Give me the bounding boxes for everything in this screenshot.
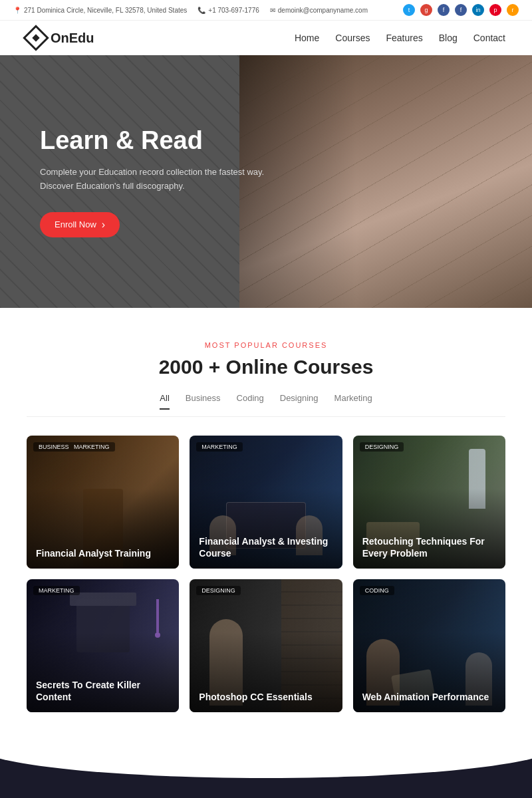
courses-grid: BUSINESS MARKETING Financial Analyst Tra…: [27, 436, 505, 712]
course-card[interactable]: MARKETING Secrets To Create Killer Conte…: [27, 579, 179, 712]
pinterest-link[interactable]: p: [489, 4, 501, 16]
logo-text: OnEdu: [51, 31, 94, 46]
hero-title: Learn & Read: [40, 126, 266, 156]
top-bar: 📍 271 Dominica Circle, Niceville, FL 325…: [0, 0, 532, 21]
course-category: MARKETING: [196, 442, 243, 452]
course-card[interactable]: CODING Web Animation Performance: [353, 579, 505, 712]
nav-contact[interactable]: Contact: [473, 33, 505, 43]
enroll-button[interactable]: Enroll Now: [40, 212, 120, 237]
rss-link[interactable]: r: [507, 4, 519, 16]
course-category: CODING: [360, 586, 394, 595]
filter-designing[interactable]: Designing: [280, 393, 319, 410]
hero-subtitle: Complete your Education record collectio…: [40, 166, 266, 194]
nav-home[interactable]: Home: [295, 33, 319, 43]
email: ✉ demoink@companyname.com: [270, 7, 368, 14]
facebook2-link[interactable]: f: [455, 4, 467, 16]
logo-icon: [23, 25, 49, 51]
courses-section: MOST POPULAR COURSES 2000 + Online Cours…: [0, 308, 532, 745]
courses-title: 2000 + Online Courses: [27, 356, 505, 378]
course-card[interactable]: DESIGNING Photoshop CC Essentials: [190, 579, 342, 712]
why-wave: [0, 745, 532, 778]
nav-courses[interactable]: Courses: [335, 33, 370, 43]
hero-content: Learn & Read Complete your Education rec…: [0, 86, 306, 277]
location-icon: 📍: [13, 7, 21, 14]
filter-tabs: All Business Coding Designing Marketing: [27, 393, 505, 417]
courses-eyebrow: MOST POPULAR COURSES: [27, 341, 505, 349]
google-link[interactable]: g: [420, 4, 432, 16]
logo-icon-inner: [32, 34, 39, 41]
course-category: DESIGNING: [196, 586, 241, 595]
course-category: BUSINESS MARKETING: [33, 442, 115, 452]
filter-marketing[interactable]: Marketing: [334, 393, 372, 410]
nav-blog[interactable]: Blog: [439, 33, 458, 43]
filter-all[interactable]: All: [160, 393, 169, 410]
course-title: Financial Analyst & Investing Course: [199, 535, 332, 559]
hero-section: Learn & Read Complete your Education rec…: [0, 55, 532, 308]
linkedin-link[interactable]: in: [472, 4, 484, 16]
course-category: MARKETING: [33, 586, 80, 595]
facebook-link[interactable]: f: [438, 4, 450, 16]
social-links: t g f f in p r: [403, 4, 519, 16]
course-title: Retouching Techniques For Every Problem: [362, 535, 496, 559]
course-card[interactable]: MARKETING Financial Analyst & Investing …: [190, 436, 342, 569]
address: 📍 271 Dominica Circle, Niceville, FL 325…: [13, 7, 187, 14]
phone-icon: 📞: [198, 7, 205, 14]
nav-features[interactable]: Features: [386, 33, 422, 43]
main-nav: Home Courses Features Blog Contact: [295, 33, 505, 43]
course-card[interactable]: BUSINESS MARKETING Financial Analyst Tra…: [27, 436, 179, 569]
top-bar-contact: 📍 271 Dominica Circle, Niceville, FL 325…: [13, 7, 368, 14]
course-title: Web Animation Performance: [362, 691, 496, 703]
twitter-link[interactable]: t: [403, 4, 415, 16]
filter-coding[interactable]: Coding: [237, 393, 264, 410]
course-title: Secrets To Create Killer Content: [36, 679, 170, 703]
course-card[interactable]: DESIGNING Retouching Techniques For Ever…: [353, 436, 505, 569]
course-title: Photoshop CC Essentials: [199, 691, 332, 703]
course-category: DESIGNING: [360, 442, 404, 452]
email-icon: ✉: [270, 7, 275, 14]
course-title: Financial Analyst Training: [36, 547, 170, 559]
phone: 📞 +1 703-697-1776: [198, 7, 259, 14]
header: OnEdu Home Courses Features Blog Contact: [0, 21, 532, 55]
filter-business[interactable]: Business: [186, 393, 221, 410]
why-section: Why We're The Best?: [0, 745, 532, 798]
logo[interactable]: OnEdu: [27, 29, 94, 47]
